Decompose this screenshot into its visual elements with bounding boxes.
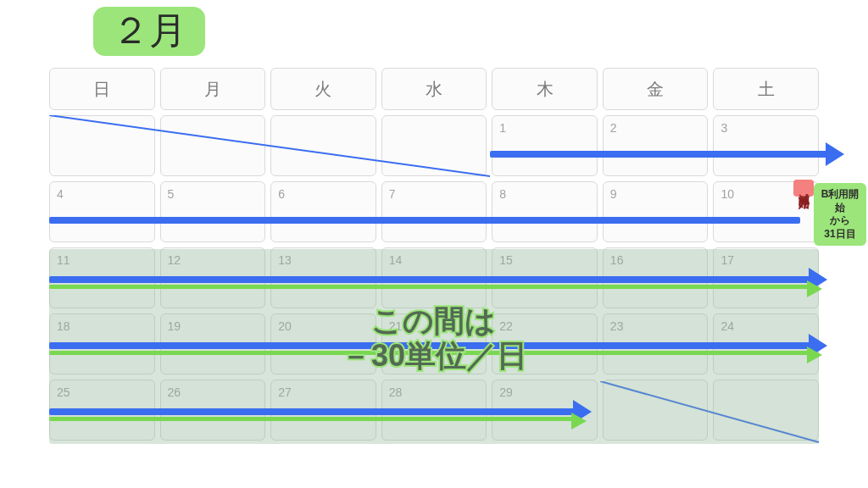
- day-cell: 23: [603, 313, 709, 374]
- table-row: 18 19 20 21 22 23 24: [49, 313, 819, 374]
- day-cell: 1: [492, 115, 598, 176]
- b-usage-day31-badge: B利用開始 から 31日目: [814, 183, 866, 246]
- day-cell: [713, 380, 819, 441]
- day-cell: 21: [381, 313, 487, 374]
- month-badge: ２月: [93, 7, 205, 56]
- day-cell: 27: [270, 380, 376, 441]
- day-cell: [381, 115, 487, 176]
- day-cell: 25: [49, 380, 155, 441]
- day-cell: 20: [270, 313, 376, 374]
- dow-sun: 日: [49, 68, 155, 110]
- table-row: 11 12 13 14 15 16 17: [49, 247, 819, 308]
- table-row: 1 2 3: [49, 115, 819, 176]
- day-cell: [49, 115, 155, 176]
- day-cell: 7: [381, 181, 487, 242]
- day-cell: 11: [49, 247, 155, 308]
- side-badge-l3: 31日目: [819, 228, 861, 241]
- day-cell: 3: [713, 115, 819, 176]
- day-cell: 24: [713, 313, 819, 374]
- day-cell: 26: [160, 380, 266, 441]
- dow-mon: 月: [160, 68, 266, 110]
- day-cell: 28: [381, 380, 487, 441]
- day-cell: 22: [492, 313, 598, 374]
- day-cell: 2: [603, 115, 709, 176]
- reduction-start-label: 減算開始: [793, 180, 814, 197]
- day-cell: 18: [49, 313, 155, 374]
- day-cell: 6: [270, 181, 376, 242]
- day-cell: 4: [49, 181, 155, 242]
- dow-thu: 木: [492, 68, 598, 110]
- day-cell: 19: [160, 313, 266, 374]
- calendar: 日 月 火 水 木 金 土 1 2 3 4 5 6 7 8 9 10 11 12: [49, 68, 819, 441]
- calendar-header-row: 日 月 火 水 木 金 土: [49, 68, 819, 110]
- day-cell: 29: [492, 380, 598, 441]
- table-row: 4 5 6 7 8 9 10: [49, 181, 819, 242]
- day-cell: 16: [603, 247, 709, 308]
- day-cell: 13: [270, 247, 376, 308]
- calendar-body: 1 2 3 4 5 6 7 8 9 10 11 12 13 14 15 16 1…: [49, 115, 819, 441]
- day-cell: [603, 380, 709, 441]
- dow-tue: 火: [270, 68, 376, 110]
- day-cell: 12: [160, 247, 266, 308]
- day-cell: 5: [160, 181, 266, 242]
- side-badge-l1: B利用開始: [819, 188, 861, 214]
- dow-wed: 水: [381, 68, 487, 110]
- day-cell: 9: [603, 181, 709, 242]
- dow-sat: 土: [713, 68, 819, 110]
- day-cell: 14: [381, 247, 487, 308]
- table-row: 25 26 27 28 29: [49, 380, 819, 441]
- day-cell: 8: [492, 181, 598, 242]
- day-cell: [270, 115, 376, 176]
- dow-fri: 金: [603, 68, 709, 110]
- day-cell: 17: [713, 247, 819, 308]
- side-badge-l2: から: [819, 214, 861, 228]
- day-cell: 15: [492, 247, 598, 308]
- day-cell: [160, 115, 266, 176]
